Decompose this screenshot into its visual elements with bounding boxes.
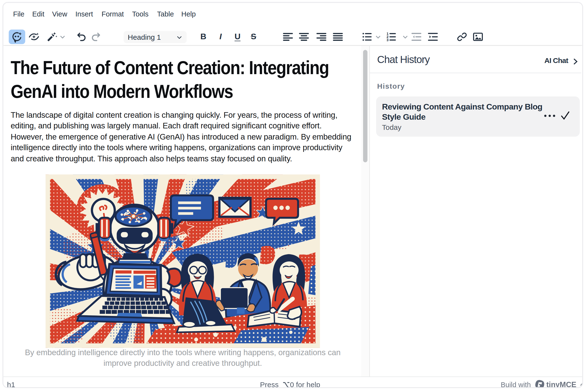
svg-text:3: 3	[387, 38, 388, 42]
